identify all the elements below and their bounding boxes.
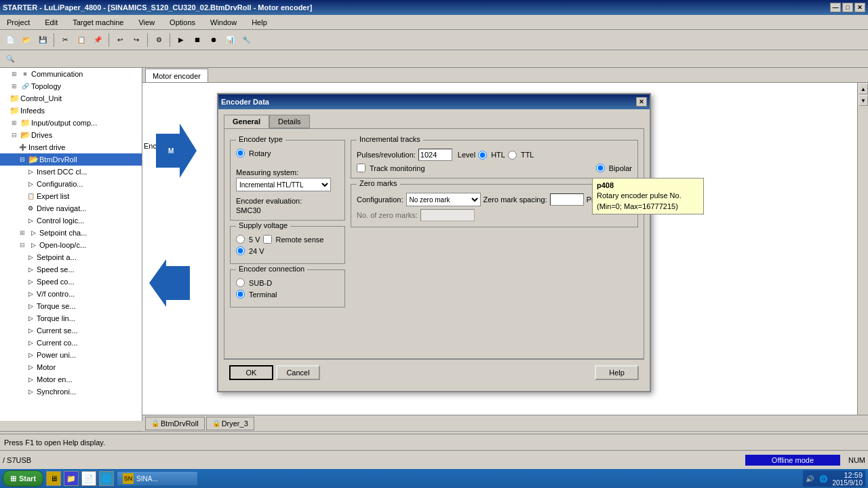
sidebar-label-control-unit: Control_Unit [20, 94, 62, 102]
sidebar-item-insert-dcc[interactable]: ▷ Insert DCC cl... [0, 166, 142, 178]
sidebar-label-speed-se: Speed se... [37, 265, 75, 274]
menu-edit[interactable]: Edit [41, 17, 62, 28]
sidebar-item-open-loop[interactable]: ⊟ ▷ Open-loop/c... [0, 239, 142, 251]
toolbar-btn5[interactable]: ▶ [174, 33, 189, 48]
menu-help[interactable]: Help [248, 17, 271, 28]
htl-radio[interactable] [478, 151, 487, 159]
taskbar-icon-3[interactable]: 📄 [81, 471, 96, 486]
sidebar-item-btm-drv-roll[interactable]: ⊟ 📂 BtmDrvRoll [0, 153, 142, 166]
track-monitoring-checkbox[interactable] [357, 164, 366, 172]
5v-radio[interactable] [236, 235, 245, 244]
terminal-radio[interactable] [236, 290, 245, 299]
configuration-select[interactable]: No zero mark [406, 193, 481, 206]
bipolar-label: Bipolar [609, 164, 632, 172]
pulses-input[interactable] [418, 149, 452, 161]
zero-mark-spacing-input[interactable] [550, 193, 584, 206]
expand-icon: ⊟ [18, 155, 27, 164]
title-bar-buttons[interactable]: — □ ✕ [830, 3, 865, 12]
sidebar-item-setpoint-cha[interactable]: ⊞ ▷ Setpoint cha... [0, 227, 142, 239]
toolbar-copy[interactable]: 📋 [74, 33, 89, 48]
toolbar2-btn1[interactable]: 🔍 [3, 52, 18, 67]
toolbar-btn6[interactable]: ⏹ [190, 33, 205, 48]
comm-icon: ≡ [20, 69, 30, 79]
toolbar-paste[interactable]: 📌 [90, 33, 105, 48]
sidebar-item-current-se[interactable]: ▷ Current se... [0, 324, 142, 337]
toolbar-target[interactable]: ⚙ [151, 33, 166, 48]
sinamics-taskbar-item[interactable]: SN SINA... [117, 471, 198, 486]
toolbar-open[interactable]: 📂 [19, 33, 34, 48]
sidebar-item-communication[interactable]: ⊞ ≡ Communication [0, 68, 142, 80]
encoder-eval-label: Encoder evaluation: [236, 197, 339, 205]
cancel-button[interactable]: Cancel [276, 365, 320, 380]
sidebar-item-speed-co[interactable]: ▷ Speed co... [0, 276, 142, 288]
dialog-tab-content: Encoder type Rotary Measuring system: [224, 128, 644, 359]
bipolar-radio[interactable] [596, 164, 605, 172]
taskbar-icon-1[interactable]: 🖥 [46, 471, 61, 486]
encoder-connection-options: SUB-D Terminal [236, 278, 339, 299]
5v-label: 5 V [249, 236, 260, 244]
ttl-radio[interactable] [508, 151, 517, 159]
subd-radio[interactable] [236, 278, 245, 287]
tab-motor-encoder[interactable]: Motor encoder [145, 69, 208, 82]
sidebar-item-motor-en[interactable]: ▷ Motor en... [0, 373, 142, 386]
toolbar-new[interactable]: 📄 [3, 33, 18, 48]
sidebar-item-motor[interactable]: ▷ Motor [0, 361, 142, 373]
24v-radio[interactable] [236, 246, 245, 255]
measuring-system-select[interactable]: Incremental HTL/TTL [236, 178, 331, 191]
time-date: 12:59 2015/9/10 [833, 471, 863, 487]
dialog-tab-details[interactable]: Details [269, 115, 310, 128]
toolbar-save[interactable]: 💾 [35, 33, 50, 48]
sidebar-item-insert-drive[interactable]: ➕ Insert drive [0, 141, 142, 153]
rotary-radio[interactable] [236, 149, 245, 157]
restore-button[interactable]: □ [842, 3, 853, 12]
taskbar-icon-4[interactable]: 🌐 [99, 471, 114, 486]
remote-sense-checkbox[interactable] [263, 235, 272, 244]
sidebar-item-setpoint-a[interactable]: ▷ Setpoint a... [0, 251, 142, 263]
toolbar-btn7[interactable]: ⏺ [206, 33, 221, 48]
dcc-icon: ▷ [26, 167, 35, 176]
sidebar-item-drive-navigator[interactable]: ⚙ Drive navigat... [0, 202, 142, 214]
sinamics-label: SINA... [136, 475, 158, 483]
menu-target-machine[interactable]: Target machine [68, 17, 127, 28]
folder-icon: 📁 [20, 118, 30, 128]
menu-window[interactable]: Window [206, 17, 241, 28]
sidebar-item-torque-lin[interactable]: ▷ Torque lin... [0, 312, 142, 324]
toolbar-undo[interactable]: ↩ [113, 33, 127, 48]
toolbar-cut[interactable]: ✂ [58, 33, 73, 48]
minimize-button[interactable]: — [830, 3, 841, 12]
sidebar-item-drives[interactable]: ⊟ 📂 Drives [0, 129, 142, 141]
toolbar-redo[interactable]: ↪ [129, 33, 144, 48]
sidebar-item-power-uni[interactable]: ▷ Power uni... [0, 349, 142, 361]
remote-sense-label: Remote sense [276, 236, 324, 244]
sidebar-item-infeeds[interactable]: 📁 Infeeds [0, 105, 142, 117]
menu-view[interactable]: View [134, 17, 159, 28]
toolbar-btn8[interactable]: 📊 [222, 33, 237, 48]
menu-options[interactable]: Options [165, 17, 199, 28]
sidebar-item-control-unit[interactable]: 📁 Control_Unit [0, 92, 142, 105]
sidebar-item-speed-se[interactable]: ▷ Speed se... [0, 263, 142, 276]
no-of-zero-marks-input[interactable] [420, 209, 475, 221]
ol-icon: ▷ [28, 240, 38, 250]
sidebar-item-synchroni[interactable]: ▷ Synchroni... [0, 386, 142, 398]
ok-button[interactable]: OK [229, 365, 273, 380]
sidebar-item-current-co[interactable]: ▷ Current co... [0, 337, 142, 349]
sidebar-item-torque-se[interactable]: ▷ Torque se... [0, 300, 142, 312]
menu-project[interactable]: Project [3, 17, 34, 28]
dialog-tab-general[interactable]: General [224, 115, 269, 128]
help-dialog-button[interactable]: Help [595, 365, 639, 380]
sidebar-item-configuration[interactable]: ▷ Configuratio... [0, 178, 142, 190]
sidebar-item-vf-contro[interactable]: ▷ V/f contro... [0, 288, 142, 300]
start-button[interactable]: ⊞ Start [3, 470, 43, 487]
sidebar-item-control-logic[interactable]: ▷ Control logic... [0, 214, 142, 227]
toolbar-btn9[interactable]: 🔧 [239, 33, 254, 48]
dialog-close-button[interactable]: ✕ [636, 97, 647, 107]
sidebar-item-expert-list[interactable]: 📋 Expert list [0, 190, 142, 202]
tab-motor-encoder-label: Motor encoder [153, 72, 201, 80]
sidebar-label-power-uni: Power uni... [37, 351, 76, 359]
sidebar-item-input-output[interactable]: ⊞ 📁 Input/output comp... [0, 117, 142, 129]
close-app-button[interactable]: ✕ [854, 3, 865, 12]
motor-icon: ▷ [26, 362, 35, 372]
encoder-eval-value: SMC30 [236, 206, 339, 214]
sidebar-item-topology[interactable]: ⊞ 🔗 Topology [0, 80, 142, 92]
taskbar-icon-2[interactable]: 📁 [64, 471, 79, 486]
